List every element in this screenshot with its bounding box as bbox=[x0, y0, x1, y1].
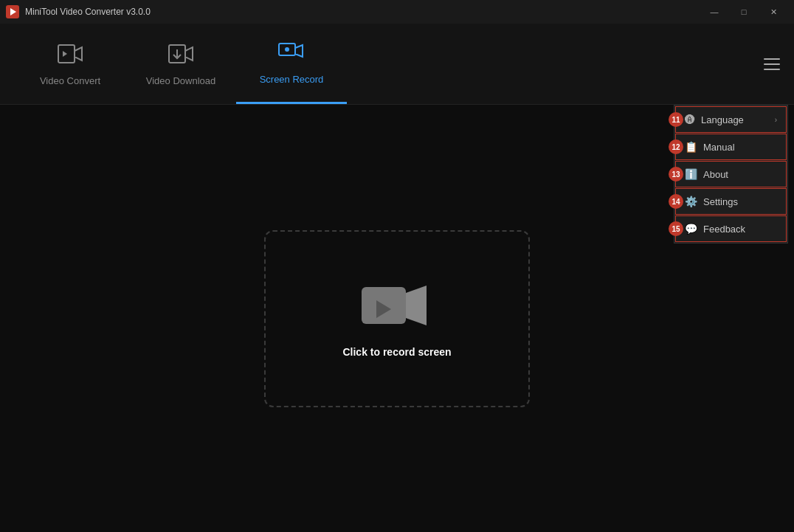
video-download-icon bbox=[168, 42, 194, 69]
record-camera-icon bbox=[360, 280, 434, 331]
title-bar: MiniTool Video Converter v3.0.0 — □ ✕ bbox=[0, 0, 794, 24]
menu-item-settings[interactable]: 14 ⚙️ Settings bbox=[675, 188, 787, 215]
hamburger-line-1 bbox=[764, 58, 780, 60]
record-label: Click to record screen bbox=[342, 346, 451, 358]
svg-point-6 bbox=[285, 47, 289, 52]
menu-badge-feedback: 15 bbox=[669, 221, 683, 236]
camera-svg bbox=[360, 280, 434, 331]
language-icon: 🅐 bbox=[685, 114, 695, 125]
tab-screen-record[interactable]: Screen Record bbox=[236, 24, 347, 104]
close-button[interactable]: ✕ bbox=[759, 0, 788, 24]
svg-marker-9 bbox=[406, 286, 427, 325]
tab-video-download[interactable]: Video Download bbox=[125, 24, 236, 104]
hamburger-line-2 bbox=[764, 63, 780, 65]
app-title: MiniTool Video Converter v3.0.0 bbox=[25, 7, 151, 17]
tab-video-download-label: Video Download bbox=[146, 75, 215, 86]
tab-video-convert-label: Video Convert bbox=[40, 75, 100, 86]
screen-record-icon bbox=[278, 41, 305, 68]
title-left: MiniTool Video Converter v3.0.0 bbox=[6, 5, 151, 18]
feedback-icon: 💬 bbox=[685, 223, 697, 235]
menu-button[interactable] bbox=[759, 51, 785, 77]
tab-video-convert[interactable]: Video Convert bbox=[15, 24, 125, 104]
menu-badge-settings: 14 bbox=[669, 194, 683, 209]
manual-icon: 📋 bbox=[685, 141, 697, 153]
menu-label-language: Language bbox=[701, 114, 769, 125]
menu-label-settings: Settings bbox=[703, 196, 777, 207]
menu-badge-about: 13 bbox=[669, 167, 683, 182]
dropdown-menu: 11 🅐 Language › 12 📋 Manual 13 ℹ️ About … bbox=[674, 105, 788, 243]
minimize-button[interactable]: — bbox=[700, 0, 729, 24]
menu-item-language[interactable]: 11 🅐 Language › bbox=[675, 106, 787, 133]
hamburger-line-3 bbox=[764, 69, 780, 70]
maximize-button[interactable]: □ bbox=[729, 0, 759, 24]
tab-screen-record-label: Screen Record bbox=[260, 74, 324, 85]
record-area[interactable]: Click to record screen bbox=[264, 230, 530, 407]
nav-bar: Video Convert Video Download Screen Reco… bbox=[0, 24, 794, 105]
menu-badge-manual: 12 bbox=[669, 139, 683, 154]
window-controls: — □ ✕ bbox=[700, 0, 788, 24]
menu-item-feedback[interactable]: 15 💬 Feedback bbox=[675, 215, 787, 242]
about-icon: ℹ️ bbox=[685, 168, 697, 180]
menu-badge-language: 11 bbox=[669, 112, 683, 127]
settings-icon: ⚙️ bbox=[685, 196, 697, 207]
video-convert-icon bbox=[57, 42, 83, 69]
app-logo bbox=[6, 5, 19, 18]
chevron-right-icon: › bbox=[775, 116, 777, 124]
menu-item-about[interactable]: 13 ℹ️ About bbox=[675, 161, 787, 187]
menu-label-about: About bbox=[703, 169, 777, 180]
menu-item-manual[interactable]: 12 📋 Manual bbox=[675, 134, 787, 160]
menu-label-feedback: Feedback bbox=[703, 224, 777, 235]
menu-label-manual: Manual bbox=[703, 142, 777, 153]
